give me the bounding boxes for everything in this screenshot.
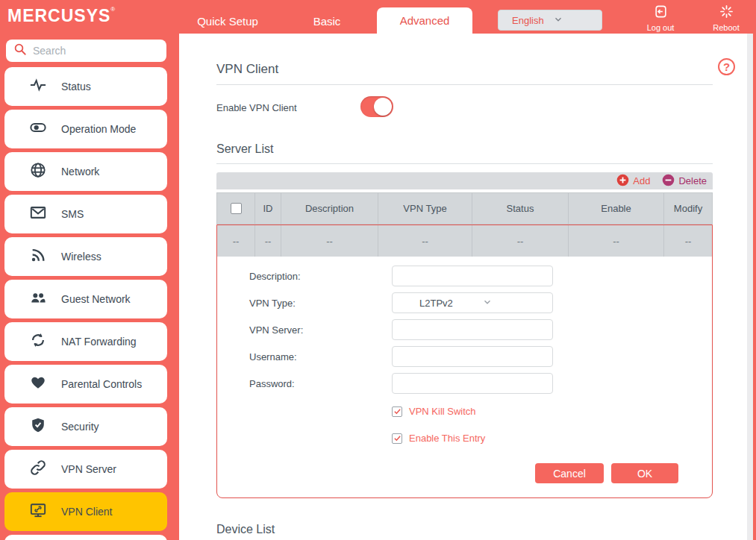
heart-icon [30,374,46,394]
sidebar-item-guest-network[interactable]: Guest Network [4,280,167,318]
sidebar-item-label: Parental Controls [61,378,142,390]
activity-icon [30,77,46,96]
cancel-button[interactable]: Cancel [535,463,604,483]
vpn-server-field[interactable] [392,319,553,340]
enable-vpn-toggle[interactable] [360,96,393,117]
reboot-label: Reboot [713,23,739,32]
checkbox-checked-icon [392,433,402,444]
header-cell: ID [255,193,281,224]
device-list-title: Device List [216,523,275,536]
toggle-icon [30,119,46,139]
sidebar-item-security[interactable]: Security [4,407,167,446]
enable-vpn-label: Enable VPN Client [216,102,297,113]
logout-label: Log out [647,23,675,32]
server-list-toolbar: Add Delete [216,172,713,189]
reboot-button[interactable]: Reboot [703,4,749,32]
logout-button[interactable]: Log out [637,4,684,32]
page-title: VPN Client [216,62,278,77]
sidebar-item-vpn-client[interactable]: VPN Client [4,492,167,531]
language-select[interactable]: English [498,10,602,31]
header-cell-select [217,193,255,224]
divider [216,84,713,85]
vpn-type-value: L2TPv2 [419,298,482,309]
sidebar-item-parental-controls[interactable]: Parental Controls [4,365,167,404]
sidebar-search [6,40,166,62]
sidebar-item-status[interactable]: Status [4,67,167,106]
envelope-icon [30,204,46,224]
brand-logo: MERCUSYS® [7,6,116,26]
add-label: Add [633,175,650,186]
vpn-type-select[interactable]: L2TPv2 [392,292,553,313]
minus-circle-icon [662,174,675,189]
row-cell: -- [217,225,255,257]
link-icon [30,459,46,479]
wifi-icon [30,247,46,266]
sidebar-item-label: Guest Network [61,293,131,305]
sidebar-item-vpn-server[interactable]: VPN Server [4,450,167,489]
monitor-link-icon [30,502,46,521]
enable-this-entry-checkbox[interactable]: Enable This Entry [392,433,485,444]
sidebar-item-partial[interactable] [4,535,167,540]
reboot-icon [719,4,734,22]
row-cell: -- [472,225,569,257]
sidebar-item-label: NAT Forwarding [61,336,137,348]
sidebar-item-operation-mode[interactable]: Operation Mode [4,110,167,148]
add-button[interactable]: Add [616,174,650,189]
tab-advanced[interactable]: Advanced [377,7,472,34]
select-all-checkbox[interactable] [231,203,242,214]
header-cell: Enable [569,193,664,224]
header-cell: Description [281,193,378,224]
vpn-type-label: VPN Type: [249,298,296,309]
vpn-kill-switch-checkbox[interactable]: VPN Kill Switch [392,406,476,417]
sidebar-item-label: SMS [61,208,84,220]
table-row[interactable]: -- -- -- -- -- -- -- [217,225,712,257]
sidebar-item-label: Status [61,81,91,92]
password-label: Password: [249,378,295,389]
help-icon[interactable]: ? [718,58,735,75]
logout-icon [654,4,668,22]
sidebar-item-nat-forwarding[interactable]: NAT Forwarding [4,322,167,361]
sidebar-item-network[interactable]: Network [4,152,167,191]
vpn-kill-switch-label: VPN Kill Switch [409,406,476,417]
delete-button[interactable]: Delete [662,174,707,189]
search-input[interactable] [33,45,168,57]
vpn-server-label: VPN Server: [249,324,303,336]
search-icon [13,43,27,59]
globe-icon [30,162,46,181]
enable-this-entry-label: Enable This Entry [409,433,485,444]
delete-label: Delete [678,175,707,186]
password-field[interactable] [392,373,553,394]
sidebar-item-label: VPN Server [61,463,116,475]
row-cell: -- [664,225,712,257]
plus-circle-icon [616,174,629,189]
description-field[interactable] [392,266,553,286]
header-cell: Status [472,193,569,224]
server-list-title: Server List [216,142,273,156]
sidebar-item-sms[interactable]: SMS [4,195,167,233]
tab-basic[interactable]: Basic [302,9,352,34]
sync-icon [30,332,46,351]
row-cell: -- [569,225,664,257]
main-content: VPN Client ? Enable VPN Client Server Li… [179,34,747,540]
router-admin-page: MERCUSYS® Quick Setup Basic Advanced Eng… [0,0,756,540]
row-cell: -- [378,225,472,257]
header-cell: VPN Type [378,193,472,224]
scrollbar[interactable] [747,34,753,540]
username-field[interactable] [392,346,553,367]
server-entry-edit-panel: -- -- -- -- -- -- -- Description: VPN Ty… [216,225,713,498]
ok-button[interactable]: OK [611,463,678,483]
toggle-knob [374,98,392,116]
chevron-down-icon [553,14,594,27]
header-cell: Modify [664,193,712,224]
description-label: Description: [249,271,301,282]
tab-quick-setup[interactable]: Quick Setup [187,9,269,34]
divider [216,163,713,164]
language-value: English [512,15,553,26]
sidebar-item-label: Wireless [61,251,101,263]
sidebar-item-label: VPN Client [61,506,112,518]
sidebar-item-wireless[interactable]: Wireless [4,237,167,276]
sidebar-item-label: Security [61,421,99,433]
chevron-down-icon [482,297,545,310]
trademark-symbol: ® [110,6,116,13]
users-icon [30,289,46,309]
